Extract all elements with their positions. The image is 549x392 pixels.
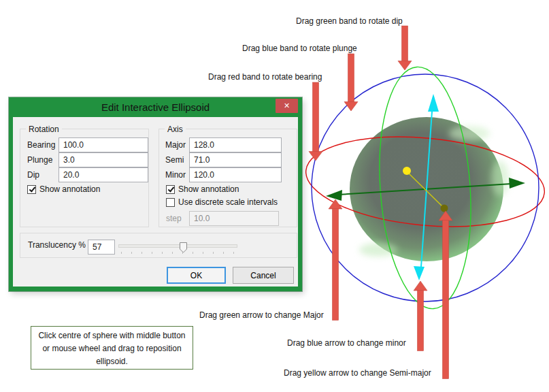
sphere-highlight-right [491, 161, 509, 196]
slider-tick [162, 252, 163, 254]
rotation-show-annotation-label: Show annotation [39, 184, 100, 195]
cancel-button[interactable]: Cancel [233, 267, 294, 284]
slider-tick [152, 252, 152, 254]
dialog-content: Rotation Bearing Plunge Dip Show annotat… [13, 117, 298, 287]
major-field[interactable] [189, 137, 282, 152]
rotation-show-annotation-checkbox[interactable] [27, 185, 36, 194]
plunge-annotation-label: Drag blue band to rotate plunge [242, 44, 357, 53]
axis-show-annotation-label: Show annotation [178, 184, 239, 195]
slider-tick [203, 252, 203, 254]
rotation-group: Rotation Bearing Plunge Dip Show annotat… [20, 129, 149, 227]
minor-label: Minor [165, 167, 186, 182]
plunge-label: Plunge [27, 152, 52, 167]
translucency-slider-thumb[interactable] [180, 242, 187, 253]
major-annotation-label: Drag green arrow to change Major [199, 310, 324, 320]
olive-end-handle[interactable] [441, 205, 448, 212]
step-label: step [166, 211, 182, 226]
annotation-arrow-plunge [344, 54, 358, 111]
translucency-slider-track[interactable] [118, 244, 237, 248]
minor-annotation-label: Drag blue arrow to change minor [287, 338, 406, 348]
discrete-intervals-label: Use discrete scale intervals [178, 197, 278, 208]
axis-group-legend: Axis [165, 125, 186, 134]
edit-ellipsoid-dialog: Edit Interactive Ellipsoid ✕ Rotation Be… [9, 97, 302, 291]
dip-field[interactable] [59, 167, 148, 182]
step-field [189, 211, 279, 226]
reposition-note: Click centre of sphere with middle butto… [31, 326, 193, 370]
slider-tick [142, 252, 142, 254]
slider-tick [193, 252, 193, 254]
annotation-arrow-dip [398, 26, 412, 70]
screenshot-canvas: Drag green band to rotate dip Drag blue … [0, 0, 549, 392]
yellow-centre-handle[interactable] [403, 167, 411, 175]
dip-label: Dip [27, 167, 39, 182]
bearing-annotation-label: Drag red band to rotate bearing [208, 72, 322, 82]
axis-show-annotation-checkbox[interactable] [166, 185, 175, 194]
slider-tick [233, 252, 234, 254]
semi-field[interactable] [189, 152, 282, 167]
annotation-arrow-bearing [309, 82, 322, 161]
annotation-arrow-major [329, 199, 342, 321]
dialog-title: Edit Interactive Ellipsoid [101, 101, 210, 113]
slider-tick [223, 252, 224, 254]
rotation-group-legend: Rotation [26, 125, 62, 134]
close-button[interactable]: ✕ [276, 99, 298, 113]
bearing-field[interactable] [59, 137, 148, 152]
close-icon: ✕ [284, 102, 290, 110]
bearing-label: Bearing [27, 137, 55, 152]
ok-button[interactable]: OK [167, 267, 226, 284]
minor-arrow-bottom-head[interactable] [414, 266, 425, 280]
slider-tick [213, 252, 214, 254]
dialog-titlebar[interactable]: Edit Interactive Ellipsoid ✕ [9, 97, 302, 117]
axis-group: Axis Major Semi Minor Show annotation Us… [159, 129, 297, 227]
major-label: Major [165, 137, 186, 152]
translucency-label: Translucency % [28, 238, 86, 252]
plunge-field[interactable] [59, 152, 148, 167]
minor-field[interactable] [189, 167, 282, 182]
semi-label: Semi [165, 152, 184, 167]
discrete-intervals-checkbox[interactable] [166, 198, 175, 207]
dip-annotation-label: Drag green band to rotate dip [296, 16, 403, 26]
semi-major-annotation-label: Drag yellow arrow to change Semi-major [284, 368, 431, 378]
translucency-field[interactable] [88, 240, 115, 255]
slider-tick [121, 252, 122, 254]
sphere-highlight-top-right [449, 126, 490, 141]
annotation-arrow-minor [414, 281, 427, 351]
major-arrow-right-head[interactable] [509, 178, 525, 189]
minor-arrow-top-head[interactable] [428, 94, 439, 112]
slider-tick [131, 252, 132, 254]
translucency-group: Translucency % [20, 233, 297, 258]
slider-tick [172, 252, 173, 254]
